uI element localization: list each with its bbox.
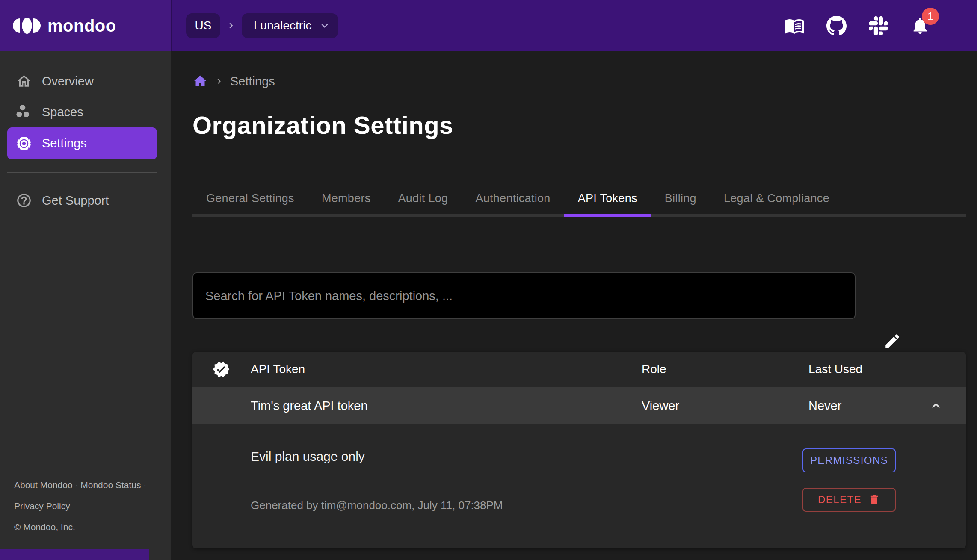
org-dropdown[interactable]: Lunalectric: [242, 13, 338, 38]
help-icon: [16, 192, 32, 209]
tab-general-settings[interactable]: General Settings: [192, 183, 308, 214]
github-button[interactable]: [825, 15, 847, 37]
tab-api-tokens[interactable]: API Tokens: [564, 183, 651, 214]
sidebar-nav: Overview Spaces Settings: [0, 51, 171, 216]
header-icon-cell: [192, 360, 251, 378]
sidebar-item-spaces[interactable]: Spaces: [0, 97, 171, 127]
chevron-right-icon: [225, 20, 237, 31]
token-description: Evil plan usage only: [251, 449, 365, 464]
trash-icon: [868, 494, 880, 506]
sidebar-item-label: Overview: [42, 74, 94, 88]
api-tokens-table: API Token Role Last Used Tim's great API…: [192, 352, 966, 548]
pencil-icon: [883, 332, 901, 350]
top-bar-actions: 1: [783, 14, 977, 38]
notifications-button[interactable]: 1: [909, 15, 931, 37]
collapse-row-button[interactable]: [927, 397, 944, 414]
token-name: Tim's great API token: [251, 399, 642, 413]
column-header-role: Role: [642, 363, 808, 376]
tab-audit-log[interactable]: Audit Log: [385, 183, 462, 214]
token-generated-info: Generated by tim@mondoo.com, July 11, 07…: [251, 499, 503, 512]
sidebar-bottom-strip: [0, 549, 149, 560]
breadcrumb: Settings: [192, 73, 275, 90]
token-last-used-cell: Never: [808, 397, 966, 414]
brand-home-link[interactable]: mondoo: [0, 0, 171, 51]
column-header-last-used: Last Used: [808, 363, 966, 376]
edit-button[interactable]: [879, 328, 905, 354]
org-label: Lunalectric: [254, 19, 311, 32]
top-bar: mondoo US Lunalectric: [0, 0, 977, 51]
chevron-down-icon: [318, 19, 331, 32]
sidebar-item-label: Get Support: [42, 194, 109, 208]
delete-button[interactable]: DELETE: [802, 488, 896, 512]
org-picker: US Lunalectric: [186, 13, 338, 38]
tab-authentication[interactable]: Authentication: [462, 183, 564, 214]
main-content: Settings Organization Settings General S…: [171, 51, 977, 560]
sidebar-divider: [7, 172, 157, 173]
brand-name: mondoo: [47, 16, 116, 35]
page-title: Organization Settings: [192, 112, 453, 139]
permissions-button[interactable]: PERMISSIONS: [802, 448, 896, 472]
book-icon: [784, 15, 805, 36]
avatar[interactable]: [951, 14, 975, 38]
verified-badge-icon: [212, 360, 230, 378]
copyright: © Mondoo, Inc.: [14, 516, 146, 537]
breadcrumb-home-icon[interactable]: [192, 74, 208, 89]
breadcrumb-current: Settings: [230, 74, 275, 88]
sidebar-item-label: Spaces: [42, 105, 83, 119]
chevron-up-icon: [928, 398, 944, 414]
delete-button-label: DELETE: [818, 494, 862, 506]
sidebar-footer: About Mondoo · Mondoo Status · Privacy P…: [14, 475, 146, 537]
tab-bar: General Settings Members Audit Log Authe…: [192, 183, 966, 217]
gear-icon: [16, 136, 32, 152]
sidebar-item-settings[interactable]: Settings: [7, 127, 157, 159]
slack-icon: [869, 16, 888, 35]
spaces-icon: [16, 104, 32, 120]
footer-links[interactable]: About Mondoo · Mondoo Status ·: [14, 475, 146, 495]
sidebar-item-label: Settings: [42, 136, 87, 150]
sidebar: Overview Spaces Settings: [0, 51, 171, 560]
table-footer: [192, 534, 966, 548]
top-bar-right: US Lunalectric: [171, 0, 977, 51]
slack-button[interactable]: [867, 15, 889, 37]
region-label: US: [195, 19, 212, 32]
column-header-api-token: API Token: [251, 363, 642, 376]
sidebar-item-get-support[interactable]: Get Support: [0, 185, 171, 216]
sidebar-item-overview[interactable]: Overview: [0, 66, 171, 97]
region-chip[interactable]: US: [186, 13, 220, 38]
token-detail-panel: Evil plan usage only Generated by tim@mo…: [192, 424, 966, 534]
tab-billing[interactable]: Billing: [651, 183, 710, 214]
permissions-button-label: PERMISSIONS: [810, 454, 888, 466]
tab-legal-compliance[interactable]: Legal & Compliance: [710, 183, 843, 214]
home-icon: [16, 73, 32, 89]
privacy-policy-link[interactable]: Privacy Policy: [14, 495, 146, 516]
table-header-row: API Token Role Last Used: [192, 352, 966, 387]
tab-members[interactable]: Members: [308, 183, 385, 214]
docs-button[interactable]: [783, 15, 805, 37]
token-last-used: Never: [808, 399, 841, 413]
mondoo-logo-icon: [13, 18, 42, 34]
token-role: Viewer: [642, 399, 808, 413]
breadcrumb-separator-icon: [214, 76, 224, 86]
search-input[interactable]: [192, 272, 856, 319]
notification-badge: 1: [922, 8, 939, 25]
app: mondoo US Lunalectric: [0, 0, 977, 560]
github-icon: [826, 16, 847, 36]
table-row[interactable]: Tim's great API token Viewer Never: [192, 387, 966, 424]
